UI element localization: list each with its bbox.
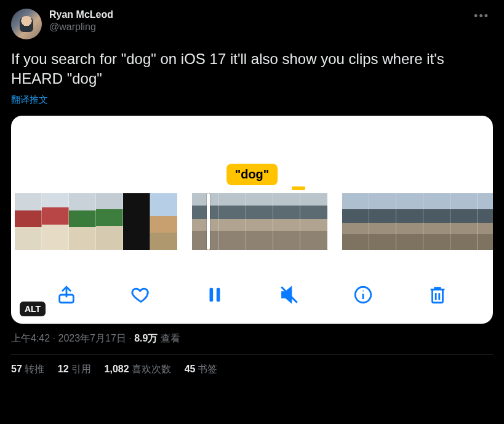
timeline-frame [15, 193, 42, 250]
timeline-frame [96, 193, 123, 250]
views-label: 查看 [161, 333, 180, 343]
trash-icon[interactable] [426, 283, 449, 306]
video-timeline[interactable] [11, 193, 493, 250]
svg-rect-7 [432, 289, 442, 302]
timeline-frame [42, 193, 69, 250]
timeline-frame [396, 193, 423, 250]
playhead[interactable] [207, 193, 210, 250]
retweets-stat[interactable]: 57转推 [11, 363, 44, 376]
likes-stat[interactable]: 1,082喜欢次数 [105, 363, 171, 376]
svg-rect-2 [217, 287, 220, 302]
timeline-frame [150, 193, 177, 250]
more-icon[interactable]: ••• [470, 9, 493, 24]
tweet-time[interactable]: 上午4:42 [11, 333, 50, 343]
tweet-stats: 57转推 12引用 1,082喜欢次数 45书签 [11, 354, 493, 376]
tweet-text: If you search for "dog" on iOS 17 it'll … [11, 49, 493, 89]
display-name: Ryan McLeod [49, 9, 113, 21]
svg-point-6 [362, 290, 364, 292]
share-icon[interactable] [55, 283, 78, 306]
alt-badge[interactable]: ALT [20, 302, 46, 316]
heart-icon[interactable] [129, 283, 153, 306]
clip-group[interactable] [15, 193, 177, 250]
timeline-frame [300, 193, 327, 250]
timeline-frame [423, 193, 450, 250]
timeline-frame [123, 193, 150, 250]
bookmarks-stat[interactable]: 45书签 [185, 363, 218, 376]
mute-icon[interactable] [278, 283, 301, 306]
views-count: 8.9万 [134, 333, 158, 343]
translate-link[interactable]: 翻译推文 [11, 94, 493, 106]
timeline-frame [246, 193, 273, 250]
tweet-date[interactable]: 2023年7月17日 [58, 333, 126, 343]
tweet-header: Ryan McLeod @warpling ••• [11, 9, 493, 39]
pause-icon[interactable] [203, 283, 226, 306]
quotes-stat[interactable]: 12引用 [58, 363, 91, 376]
info-icon[interactable] [351, 283, 375, 306]
clip-group[interactable] [342, 193, 493, 250]
username: @warpling [49, 21, 113, 33]
tweet-container: Ryan McLeod @warpling ••• If you search … [0, 0, 504, 376]
timeline-frame [450, 193, 478, 250]
timeline-frame [478, 193, 493, 250]
timeline-frame [273, 193, 300, 250]
media-toolbar [11, 283, 493, 306]
tweet-meta: 上午4:42 · 2023年7月17日 · 8.9万 查看 [11, 332, 493, 345]
timeline-frame [192, 193, 219, 250]
avatar[interactable] [11, 9, 42, 39]
clip-group[interactable] [192, 193, 327, 250]
timeline-frame [69, 193, 96, 250]
svg-rect-1 [210, 287, 214, 302]
media-card[interactable]: "dog" [11, 116, 493, 324]
author-block[interactable]: Ryan McLeod @warpling [49, 9, 113, 33]
search-term-badge: "dog" [226, 164, 278, 185]
timeline-frame [342, 193, 369, 250]
timeline-frame [369, 193, 396, 250]
timeline-frame [219, 193, 246, 250]
timeline-marker [292, 186, 305, 190]
